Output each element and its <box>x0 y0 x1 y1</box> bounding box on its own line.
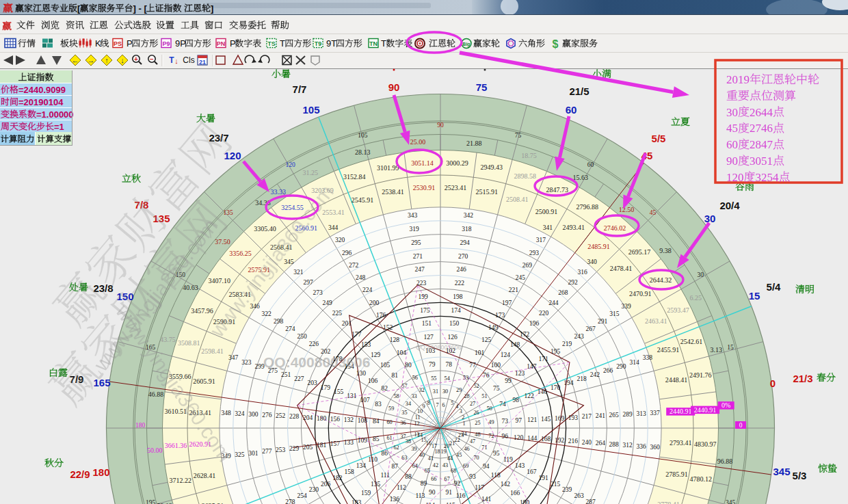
svg-text:←: ← <box>72 56 79 64</box>
svg-text:120: 120 <box>285 161 295 168</box>
svg-text:246: 246 <box>456 266 466 273</box>
svg-text:6.25: 6.25 <box>690 294 702 302</box>
svg-text:107: 107 <box>360 397 371 403</box>
svg-text:3101.99: 3101.99 <box>377 164 399 172</box>
svg-text:2: 2 <box>462 414 464 421</box>
svg-text:TS: TS <box>267 40 276 47</box>
svg-text:290: 290 <box>616 363 626 370</box>
svg-text:3152.84: 3152.84 <box>343 173 366 181</box>
svg-text:338: 338 <box>643 354 653 361</box>
svg-text:57: 57 <box>401 383 407 389</box>
svg-text:270: 270 <box>458 253 468 260</box>
svg-text:2530.91: 2530.91 <box>413 184 436 191</box>
svg-text:62: 62 <box>394 445 399 451</box>
svg-text:43.75: 43.75 <box>160 336 176 343</box>
svg-text:5/5: 5/5 <box>652 133 666 144</box>
svg-text:2695.17: 2695.17 <box>628 248 651 256</box>
svg-text:89: 89 <box>421 480 427 487</box>
svg-text:244: 244 <box>548 300 559 306</box>
svg-text:316: 316 <box>577 269 587 276</box>
svg-text:24: 24 <box>461 431 466 437</box>
svg-text:220: 220 <box>539 310 549 317</box>
svg-text:75: 75 <box>476 81 488 93</box>
svg-text:PN: PN <box>217 40 226 47</box>
svg-text:337: 337 <box>650 410 660 416</box>
svg-text:229: 229 <box>289 445 300 452</box>
svg-text:64: 64 <box>412 463 418 469</box>
svg-text:109: 109 <box>358 437 368 444</box>
svg-text:81: 81 <box>392 372 399 379</box>
svg-text:108: 108 <box>358 417 368 424</box>
svg-text:215: 215 <box>551 481 561 488</box>
svg-text:287: 287 <box>586 499 596 504</box>
svg-text:105: 105 <box>380 362 390 369</box>
svg-text:135: 135 <box>371 481 381 488</box>
svg-text:52: 52 <box>474 383 479 389</box>
svg-text:82: 82 <box>382 385 388 392</box>
svg-text:120: 120 <box>514 434 524 441</box>
svg-text:203: 203 <box>308 380 318 386</box>
svg-text:71: 71 <box>481 445 487 451</box>
svg-text:12: 12 <box>414 421 419 427</box>
svg-text:21/3: 21/3 <box>793 373 812 384</box>
svg-text:Big: Big <box>462 42 470 47</box>
svg-text:216: 216 <box>568 438 579 445</box>
svg-text:58: 58 <box>394 393 399 399</box>
svg-text:151: 151 <box>422 320 432 327</box>
svg-text:224: 224 <box>362 287 373 293</box>
svg-text:249: 249 <box>323 300 333 306</box>
svg-text:182: 182 <box>332 475 343 481</box>
svg-text:50: 50 <box>487 406 492 412</box>
svg-text:266: 266 <box>603 367 613 374</box>
svg-text:20: 20 <box>444 443 449 449</box>
svg-text:QQ:4008003606: QQ:4008003606 <box>416 344 462 351</box>
svg-text:243: 243 <box>574 333 584 340</box>
svg-text:99: 99 <box>505 377 512 384</box>
svg-text:343: 343 <box>408 212 418 219</box>
svg-text:193: 193 <box>568 414 579 421</box>
svg-text:2605.91: 2605.91 <box>193 377 215 385</box>
svg-text:37.50: 37.50 <box>215 238 230 246</box>
svg-text:271: 271 <box>413 253 423 260</box>
svg-text:54: 54 <box>445 375 450 382</box>
svg-text:6: 6 <box>442 402 445 408</box>
svg-text:277: 277 <box>262 448 272 455</box>
svg-text:135: 135 <box>223 209 233 216</box>
svg-text:293: 293 <box>529 250 540 256</box>
svg-text:]: ] <box>211 3 213 14</box>
svg-text:90: 90 <box>726 155 738 168</box>
svg-text:68: 68 <box>451 468 456 474</box>
svg-text:28: 28 <box>464 393 469 399</box>
svg-text:248: 248 <box>356 274 366 281</box>
svg-text:49: 49 <box>488 419 494 425</box>
svg-text:239: 239 <box>562 486 572 493</box>
svg-text:9P: 9P <box>175 38 186 49</box>
svg-text:43: 43 <box>442 462 448 468</box>
svg-text:3356.25: 3356.25 <box>229 250 252 257</box>
svg-text:46.88: 46.88 <box>148 390 164 398</box>
svg-text:93: 93 <box>469 473 476 480</box>
svg-text:45: 45 <box>650 209 657 216</box>
svg-text:169: 169 <box>555 415 565 422</box>
svg-text:112: 112 <box>397 484 406 491</box>
svg-text:91: 91 <box>446 489 453 496</box>
svg-text:45: 45 <box>726 122 738 135</box>
svg-text:191: 191 <box>539 475 549 481</box>
svg-text:28.13: 28.13 <box>355 148 371 156</box>
svg-text:↓: ↓ <box>174 57 178 65</box>
svg-text:4830.97: 4830.97 <box>694 440 717 448</box>
svg-text:250: 250 <box>297 333 307 340</box>
svg-text:40.63: 40.63 <box>183 284 198 291</box>
svg-text:173: 173 <box>495 312 505 319</box>
svg-text:152: 152 <box>383 324 393 331</box>
svg-text:92: 92 <box>454 480 461 487</box>
svg-text:110: 110 <box>368 456 377 463</box>
svg-text:T: T <box>280 38 285 49</box>
svg-text:227: 227 <box>294 375 304 382</box>
svg-text:157: 157 <box>330 440 341 447</box>
svg-text:20/4: 20/4 <box>719 200 740 211</box>
svg-text:3: 3 <box>460 408 462 414</box>
svg-text:295: 295 <box>411 239 421 246</box>
svg-text:63: 63 <box>401 455 407 461</box>
svg-text:251: 251 <box>281 371 291 378</box>
